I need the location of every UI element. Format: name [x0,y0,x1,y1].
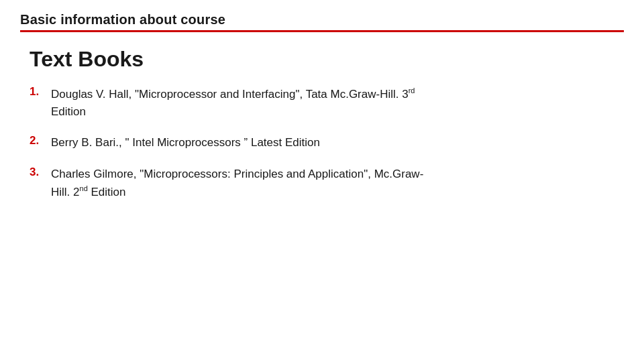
page-title: Basic information about course [20,12,624,27]
list-item: 1. Douglas V. Hall, "Microprocessor and … [30,85,624,121]
book-list: 1. Douglas V. Hall, "Microprocessor and … [30,85,624,201]
book-number: 3. [30,166,48,179]
red-divider [20,30,624,32]
book-text: Douglas V. Hall, "Microprocessor and Int… [51,85,415,121]
book-text: Charles Gilmore, "Microprocessors: Princ… [51,166,423,201]
book-number: 2. [30,134,48,147]
page-container: Basic information about course Text Book… [0,0,644,362]
book-number: 1. [30,85,48,99]
section-heading: Text Books [30,47,624,72]
list-item: 3. Charles Gilmore, "Microprocessors: Pr… [30,166,624,201]
book-text: Berry B. Bari., " Intel Microprocessors … [51,134,320,152]
list-item: 2. Berry B. Bari., " Intel Microprocesso… [30,134,624,152]
